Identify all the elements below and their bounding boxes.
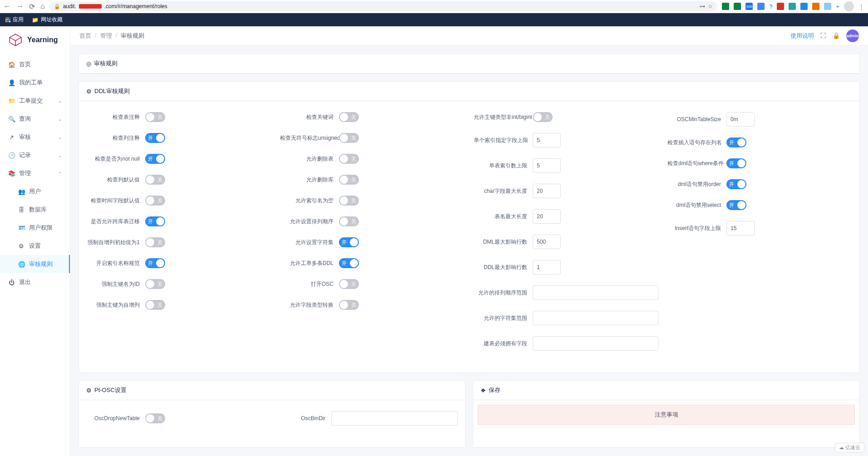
switch-toggle[interactable]: 开: [145, 216, 165, 226]
switch-toggle[interactable]: 关: [339, 216, 359, 226]
admin-avatar[interactable]: admin: [846, 29, 859, 42]
switch-toggle[interactable]: 开: [339, 237, 359, 247]
clock-icon: 🕒: [8, 152, 15, 159]
switch-oscdropnew[interactable]: 关: [145, 413, 165, 423]
ext-icon[interactable]: [757, 3, 765, 10]
sidebar-item-submit[interactable]: 📁工单提交⌄: [0, 92, 70, 110]
field-label: 表名最大长度: [474, 213, 533, 221]
stack-icon: 📚: [8, 170, 15, 177]
switch-toggle[interactable]: 关: [339, 112, 359, 122]
text-input[interactable]: [533, 235, 561, 249]
form-item: 检查插入语句存在列名开: [667, 137, 852, 147]
fullscreen-icon[interactable]: ⛶: [820, 32, 826, 39]
star-icon[interactable]: ☆: [708, 3, 713, 10]
switch-toggle[interactable]: 开: [726, 137, 746, 147]
key-icon[interactable]: ⊶: [700, 3, 705, 10]
switch-toggle[interactable]: 开: [726, 158, 746, 168]
breadcrumb-home[interactable]: 首页: [79, 32, 91, 40]
ext-icon[interactable]: [777, 3, 784, 10]
switch-toggle[interactable]: 关: [339, 300, 359, 310]
switch-toggle[interactable]: 开: [145, 133, 165, 143]
ddl-form-grid: 检查表注释关检查列注释开检查是否为not null开检查列默认值关检查时间字段默…: [86, 112, 852, 362]
switch-toggle[interactable]: 关: [145, 175, 165, 185]
sidebar-item-database[interactable]: 🗄数据库: [0, 201, 70, 219]
bookmark-favorites[interactable]: 📁 网址收藏: [32, 16, 63, 24]
breadcrumb-manage[interactable]: 管理: [100, 32, 112, 40]
text-input[interactable]: [533, 285, 658, 300]
switch-toggle[interactable]: 开: [726, 200, 746, 210]
switch-toggle[interactable]: 关: [533, 112, 553, 122]
home-icon: 🏠: [8, 61, 15, 68]
switch-toggle[interactable]: 关: [145, 300, 165, 310]
ext-icon[interactable]: [824, 3, 831, 10]
sidebar-item-userperm[interactable]: 🪪用户权限: [0, 219, 70, 237]
ext-icon[interactable]: [812, 3, 819, 10]
menu-icon[interactable]: ⋮: [858, 3, 864, 10]
text-input[interactable]: [726, 221, 755, 235]
sidebar-item-audit[interactable]: ↗审核⌄: [0, 128, 70, 146]
sidebar-item-rules[interactable]: 🌐审核规则: [0, 255, 70, 273]
bottom-row: Pt-OSC设置 OscDropNewTable 关 OscBinDir: [78, 380, 860, 448]
reload-icon[interactable]: ⟳: [29, 2, 35, 11]
switch-toggle[interactable]: 关: [339, 175, 359, 185]
switch-toggle[interactable]: 开: [145, 154, 165, 164]
field-label: 检查时间字段默认值: [86, 197, 145, 205]
field-label: DDL最大影响行数: [474, 264, 533, 271]
sidebar-item-query[interactable]: 🔍查询⌄: [0, 110, 70, 128]
field-label: dml语句禁用order: [667, 181, 726, 188]
ext-icon[interactable]: +: [836, 3, 839, 10]
text-input[interactable]: [533, 336, 658, 351]
field-label: 打开OSC: [280, 280, 339, 288]
text-input[interactable]: [533, 133, 561, 147]
sidebar-item-users[interactable]: 👥用户: [0, 182, 70, 201]
home-icon[interactable]: ⌂: [40, 2, 45, 11]
ext-icon[interactable]: [722, 3, 729, 10]
switch-toggle[interactable]: 开: [145, 258, 165, 268]
ext-icon[interactable]: [789, 3, 796, 10]
switch-toggle[interactable]: 关: [339, 279, 359, 289]
switch-toggle[interactable]: 开: [726, 179, 746, 189]
sidebar-item-settings[interactable]: ⚙设置: [0, 237, 70, 255]
lock-icon[interactable]: 🔒: [833, 32, 840, 39]
switch-toggle[interactable]: 关: [339, 154, 359, 164]
sidebar-item-mywork[interactable]: 👤我的工单: [0, 74, 70, 92]
text-input[interactable]: [726, 112, 755, 127]
switch-toggle[interactable]: 开: [339, 258, 359, 268]
text-input[interactable]: [533, 260, 561, 275]
text-input[interactable]: [533, 209, 561, 224]
sidebar-item-manage[interactable]: 📚管理⌃: [0, 164, 70, 182]
ext-icon[interactable]: [800, 3, 808, 10]
switch-toggle[interactable]: 关: [145, 237, 165, 247]
text-input[interactable]: [533, 311, 658, 325]
card-body: 检查表注释关检查列注释开检查是否为not null开检查列默认值关检查时间字段默…: [79, 101, 859, 373]
ext-icon[interactable]: ?: [769, 3, 772, 10]
logo[interactable]: Yearning: [0, 33, 70, 55]
switch-toggle[interactable]: 关: [339, 133, 359, 143]
switch-toggle[interactable]: 关: [145, 279, 165, 289]
back-icon[interactable]: ←: [4, 2, 11, 11]
content: 审核规则 DDL审核规则 检查表注释关检查列注释开检查是否为not null开检…: [70, 45, 868, 456]
sidebar-item-record[interactable]: 🕒记录⌄: [0, 146, 70, 164]
field-label: OscDropNewTable: [86, 415, 145, 422]
url-bar[interactable]: 🔒 audit. .com/#/management/roles ⊶ ☆: [49, 1, 718, 11]
field-label: 允许工单多条DDL: [280, 260, 339, 267]
watermark: ☁ 亿速云: [835, 443, 864, 452]
field-label: char字段最大长度: [474, 187, 533, 195]
profile-avatar[interactable]: [844, 1, 854, 11]
ext-icon[interactable]: [734, 3, 741, 10]
field-label: 开启索引名称规范: [86, 260, 145, 267]
switch-toggle[interactable]: 关: [145, 112, 165, 122]
bookmark-apps[interactable]: 应用: [5, 16, 24, 24]
sidebar-item-logout[interactable]: ⏻退出: [0, 273, 70, 291]
text-input[interactable]: [533, 158, 561, 173]
help-link[interactable]: 使用说明: [790, 32, 814, 40]
switch-toggle[interactable]: 关: [145, 196, 165, 206]
text-input[interactable]: [533, 184, 561, 198]
form-item: 允许设置排列顺序关: [280, 216, 465, 226]
switch-toggle[interactable]: 关: [339, 196, 359, 206]
input-oscbindir[interactable]: [331, 411, 458, 426]
ext-icon[interactable]: 100: [745, 3, 753, 10]
forward-icon[interactable]: →: [16, 2, 24, 11]
sidebar-item-home[interactable]: 🏠首页: [0, 55, 70, 74]
form-item: 允许字段类型转换关: [280, 300, 465, 310]
